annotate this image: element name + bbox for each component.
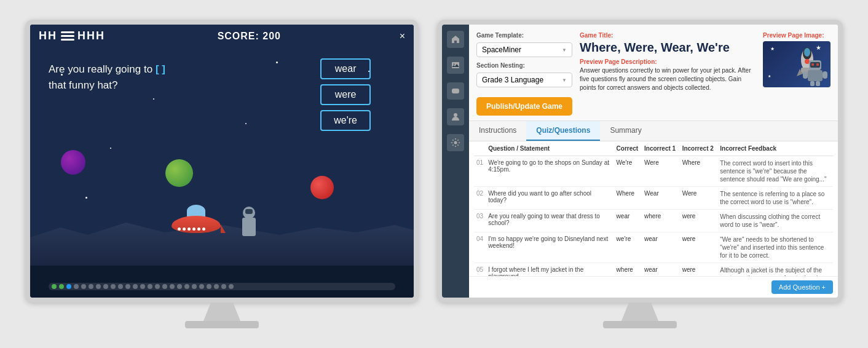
svg-rect-0	[452, 62, 459, 68]
tab-summary[interactable]: Summary	[600, 121, 651, 141]
progress-dot-22	[207, 284, 211, 289]
row-incorrect2: were	[680, 210, 718, 232]
logo-text-2: HHH	[77, 30, 105, 42]
add-question-button[interactable]: Add Question +	[771, 280, 833, 294]
row-correct: where	[614, 263, 642, 277]
planet-purple	[61, 150, 85, 175]
table-footer: Add Question +	[469, 276, 838, 298]
progress-dot-15	[155, 284, 160, 289]
progress-dot-8	[103, 284, 108, 289]
questions-table-container: Question / Statement Correct Incorrect 1…	[469, 141, 838, 276]
light-3	[187, 227, 191, 231]
progress-dot-20	[192, 284, 197, 289]
star-5	[85, 197, 87, 199]
progress-dot-18	[177, 284, 182, 289]
top-section: Game Template: SpaceMiner ▼ Section Nest…	[469, 25, 838, 121]
row-correct: wear	[614, 210, 642, 232]
svg-rect-19	[816, 63, 819, 66]
sidebar-item-settings[interactable]	[447, 134, 464, 151]
table-row: 04 I'm so happy we're going to Disneylan…	[474, 232, 833, 263]
progress-dot-2	[59, 284, 64, 289]
tab-instructions[interactable]: Instructions	[469, 121, 526, 141]
question-blank: [ ]	[156, 63, 165, 75]
progress-dot-12	[133, 284, 138, 289]
svg-point-8	[454, 141, 457, 144]
preview-image-box: ★ ★ ★	[763, 41, 831, 87]
game-template-select[interactable]: SpaceMiner ▼	[476, 42, 572, 57]
light-2	[183, 227, 186, 231]
progress-dot-6	[89, 284, 93, 289]
logo-line-1	[61, 31, 74, 33]
svg-rect-24	[816, 81, 820, 86]
row-incorrect2: were	[680, 263, 718, 277]
col-feedback: Incorrect Feedback	[717, 141, 833, 156]
row-feedback: The correct word to insert into this sen…	[717, 156, 833, 187]
robot-character-icon	[803, 55, 827, 86]
col-incorrect2: Incorrect 2	[680, 141, 718, 156]
game-template-value: SpaceMiner	[482, 45, 521, 54]
character	[242, 218, 256, 236]
preview-star-3: ★	[768, 74, 771, 78]
progress-dot-3	[66, 284, 71, 289]
logo-line-3	[61, 39, 74, 41]
close-button[interactable]: ×	[400, 31, 405, 42]
section-nesting-select[interactable]: Grade 3 Language ▼	[476, 73, 572, 87]
row-num: 03	[474, 210, 486, 232]
sidebar-item-user[interactable]	[447, 108, 464, 125]
publish-button[interactable]: Publish/Update Game	[476, 97, 572, 116]
row-correct: we're	[614, 232, 642, 263]
game-template-section: Game Template: SpaceMiner ▼	[476, 32, 572, 57]
sidebar-item-home[interactable]	[447, 31, 464, 48]
star-6	[245, 123, 247, 124]
chevron-down-icon: ▼	[562, 47, 567, 53]
answer-option-3[interactable]: we're	[320, 110, 371, 131]
answer-options: wear were we're	[320, 58, 371, 131]
monitor-base-left	[185, 321, 259, 328]
row-incorrect1: Wear	[642, 187, 680, 210]
progress-dot-14	[148, 284, 152, 289]
row-correct: Where	[614, 187, 642, 210]
row-feedback: When discussing clothing the correct wor…	[717, 210, 833, 232]
tab-quiz-questions[interactable]: Quiz/Questions	[526, 121, 600, 141]
sidebar-item-game[interactable]	[447, 82, 464, 100]
col-incorrect1: Incorrect 1	[642, 141, 680, 156]
row-statement: We're going to go to the shops on Sunday…	[486, 156, 614, 187]
answer-option-2[interactable]: were	[320, 84, 371, 105]
answer-option-1[interactable]: wear	[320, 58, 371, 79]
svg-rect-20	[808, 70, 823, 81]
game-question: Are you really going to [ ] that funny h…	[49, 61, 165, 93]
preview-desc-text: Answer questions correctly to win power …	[580, 66, 756, 92]
progress-dot-11	[125, 284, 130, 289]
ground-base	[30, 266, 414, 298]
table-row: 03 Are you really going to wear that dre…	[474, 210, 833, 232]
monitor-base-right	[603, 321, 677, 328]
progress-dot-9	[111, 284, 116, 289]
preview-star-1: ★	[770, 46, 775, 52]
home-icon	[451, 34, 460, 44]
progress-dot-10	[118, 284, 123, 289]
svg-rect-21	[803, 71, 808, 79]
row-feedback: "We are" needs to be shortened to "we're…	[717, 232, 833, 263]
monitor-stand-left	[203, 303, 240, 321]
progress-bar	[49, 283, 395, 290]
question-part1: Are you really going to	[49, 63, 152, 75]
col-correct: Correct	[614, 141, 642, 156]
right-monitor: Game Template: SpaceMiner ▼ Section Nest…	[437, 20, 843, 328]
preview-image-area: Preview Page Image: ★ ★ ★	[763, 32, 831, 116]
row-feedback: The sentence is referring to a place so …	[717, 187, 833, 210]
row-num: 05	[474, 263, 486, 277]
section-nesting-label: Section Nesting:	[476, 62, 572, 69]
progress-dot-17	[170, 284, 175, 289]
col-statement: Question / Statement	[486, 141, 614, 156]
game-template-label: Game Template:	[476, 32, 572, 39]
sidebar-item-image[interactable]	[447, 57, 464, 74]
spaceship-lights	[178, 227, 205, 231]
section-nesting-value: Grade 3 Language	[482, 76, 543, 84]
game-title: Where, Were, Wear, We're	[580, 40, 756, 55]
row-num: 04	[474, 232, 486, 263]
char-head	[243, 207, 255, 219]
col-num	[474, 141, 486, 156]
row-statement: I'm so happy we're going to Disneyland n…	[486, 232, 614, 263]
svg-rect-22	[823, 71, 827, 79]
main-content: Game Template: SpaceMiner ▼ Section Nest…	[469, 25, 838, 298]
